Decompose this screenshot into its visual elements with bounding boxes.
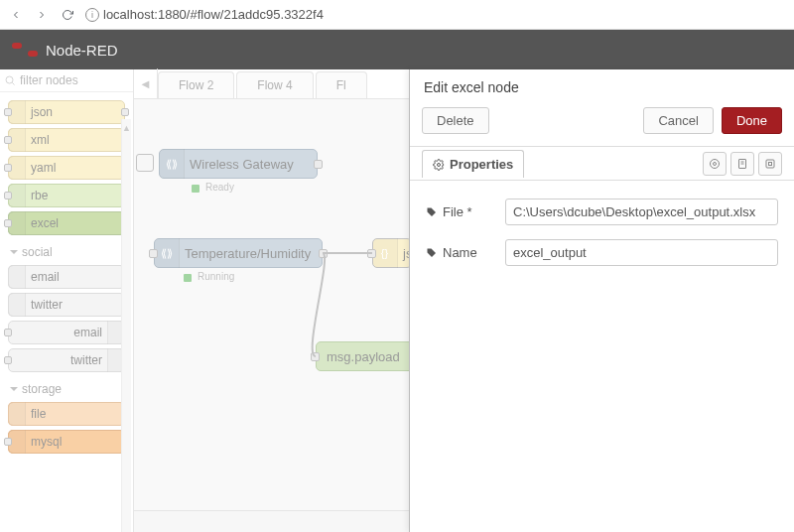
- svg-point-0: [6, 76, 13, 83]
- palette-scroll-arrow[interactable]: ▲: [121, 119, 131, 532]
- node-label: Temperature/Humidity: [185, 246, 311, 261]
- palette: jsonxmlyamlrbeexcelsocialemailtwitterema…: [0, 69, 134, 532]
- tab-properties[interactable]: Properties: [422, 150, 524, 178]
- palette-node-twitter[interactable]: twitter: [8, 348, 125, 372]
- flow-tab[interactable]: Flow 4: [236, 71, 313, 98]
- palette-category[interactable]: social: [2, 239, 131, 261]
- palette-node-json[interactable]: json: [8, 100, 125, 124]
- palette-node-mysql[interactable]: mysql: [8, 430, 125, 454]
- main-area: jsonxmlyamlrbeexcelsocialemailtwitterema…: [0, 69, 794, 532]
- node-wireless-gateway[interactable]: ⟪⟫ Wireless Gateway: [159, 149, 318, 179]
- status-dot: [192, 185, 199, 193]
- palette-node-email[interactable]: email: [8, 265, 125, 289]
- palette-category[interactable]: storage: [2, 376, 131, 398]
- palette-node-email[interactable]: email: [8, 321, 125, 344]
- reload-icon[interactable]: [60, 7, 75, 23]
- info-icon: i: [85, 8, 99, 22]
- file-label: File *: [426, 204, 497, 219]
- browser-toolbar: i localhost:1880/#flow/21addc95.3322f4: [0, 0, 794, 30]
- appearance-icon[interactable]: [758, 152, 782, 176]
- node-json[interactable]: {} jso: [372, 238, 412, 268]
- svg-point-1: [438, 163, 441, 166]
- filter-input[interactable]: [20, 73, 109, 87]
- svg-point-3: [711, 159, 720, 168]
- done-button[interactable]: Done: [722, 107, 782, 134]
- forward-icon[interactable]: [34, 7, 50, 23]
- palette-node-rbe[interactable]: rbe: [8, 184, 125, 207]
- delete-button[interactable]: Delete: [422, 107, 489, 134]
- tab-scroll-left-icon[interactable]: ◄: [134, 68, 158, 98]
- tag-icon: [426, 247, 438, 259]
- cancel-button[interactable]: Cancel: [643, 107, 713, 134]
- gear-icon: [433, 159, 445, 171]
- description-icon[interactable]: [730, 152, 754, 176]
- svg-point-2: [714, 162, 717, 165]
- node-label: Wireless Gateway: [190, 157, 294, 172]
- file-input[interactable]: [505, 199, 778, 225]
- back-icon[interactable]: [8, 7, 24, 23]
- flow-tab[interactable]: Fl: [316, 71, 367, 98]
- settings-icon[interactable]: [703, 152, 727, 176]
- edit-panel-title: Edit excel node: [410, 69, 794, 101]
- palette-node-twitter[interactable]: twitter: [8, 293, 125, 317]
- properties-form: File * Name: [410, 181, 794, 298]
- node-label: msg.payload: [327, 349, 400, 364]
- node-red-logo-icon: [12, 43, 38, 57]
- palette-node-xml[interactable]: xml: [8, 128, 125, 152]
- palette-list[interactable]: jsonxmlyamlrbeexcelsocialemailtwitterema…: [0, 92, 133, 532]
- edit-panel-tabs: Properties: [410, 147, 794, 181]
- edit-panel-actions: Delete Cancel Done: [410, 101, 794, 147]
- url-bar[interactable]: i localhost:1880/#flow/21addc95.3322f4: [85, 7, 324, 22]
- flow-tab[interactable]: Flow 2: [158, 71, 234, 98]
- status-dot: [184, 274, 192, 282]
- svg-rect-6: [769, 162, 772, 165]
- palette-node-excel[interactable]: excel: [8, 211, 125, 235]
- app-title: Node-RED: [46, 42, 118, 59]
- url-text: localhost:1880/#flow/21addc95.3322f4: [103, 7, 324, 22]
- tab-label: Properties: [450, 157, 513, 172]
- palette-node-yaml[interactable]: yaml: [8, 156, 125, 180]
- search-icon: [4, 74, 16, 86]
- palette-node-file[interactable]: file: [8, 402, 125, 426]
- name-input[interactable]: [505, 239, 778, 266]
- radio-icon: ⟪⟫: [159, 149, 185, 179]
- app-header: Node-RED: [0, 30, 794, 69]
- name-label: Name: [426, 245, 497, 260]
- tag-icon: [426, 206, 438, 218]
- node-msg-payload[interactable]: msg.payload: [316, 341, 415, 371]
- svg-rect-5: [766, 160, 774, 168]
- node-button-icon[interactable]: [136, 154, 154, 172]
- status-text: Running: [198, 271, 234, 282]
- palette-filter[interactable]: [0, 69, 133, 92]
- node-temperature-humidity[interactable]: ⟪⟫ Temperature/Humidity: [154, 238, 323, 268]
- edit-panel: Edit excel node Delete Cancel Done Prope…: [409, 69, 794, 532]
- status-text: Ready: [205, 182, 234, 193]
